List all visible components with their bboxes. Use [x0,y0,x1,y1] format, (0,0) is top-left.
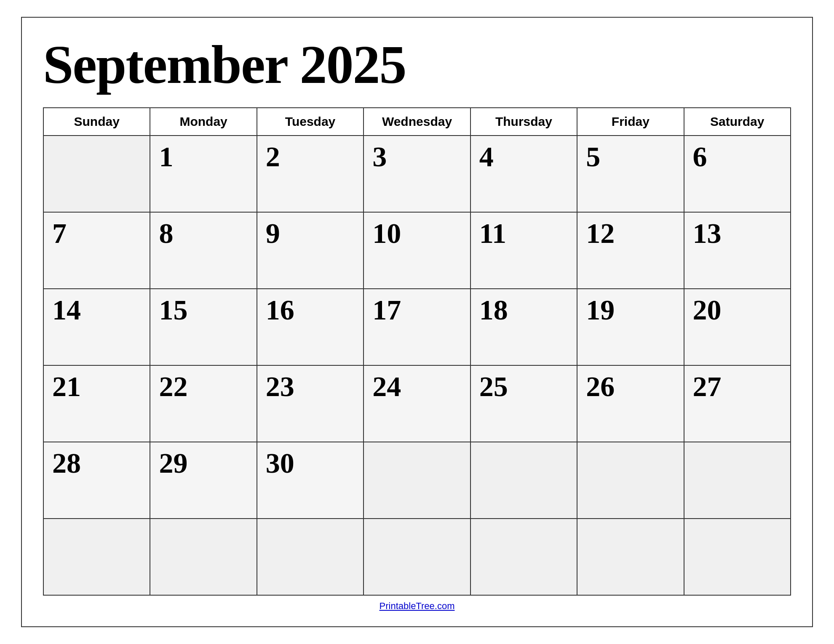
day-header-monday: Monday [150,108,257,136]
day-headers: SundayMondayTuesdayWednesdayThursdayFrid… [44,108,791,136]
day-number-25: 25 [479,372,508,401]
day-cell-empty-5-4 [471,519,577,596]
week-row-1: 123456 [44,136,791,213]
week-row-6 [44,519,791,596]
day-cell-empty-5-1 [150,519,257,596]
day-cell-24: 24 [364,366,470,442]
day-number-11: 11 [479,219,506,247]
calendar-container: September 2025 SundayMondayTuesdayWednes… [21,17,813,627]
day-cell-3: 3 [364,136,470,213]
day-cell-17: 17 [364,289,470,366]
calendar-title: September 2025 [43,35,791,95]
day-number-17: 17 [372,295,401,324]
week-row-4: 21222324252627 [44,366,791,442]
week-row-5: 282930 [44,442,791,519]
day-header-friday: Friday [577,108,684,136]
day-cell-empty-4-5 [577,442,684,519]
day-number-30: 30 [266,449,294,477]
footer-link[interactable]: PrintableTree.com [380,601,455,611]
day-number-10: 10 [372,219,401,247]
week-row-3: 14151617181920 [44,289,791,366]
day-cell-1: 1 [150,136,257,213]
day-cell-empty-5-0 [44,519,150,596]
day-number-4: 4 [479,142,494,171]
day-cell-empty-5-6 [684,519,791,596]
day-number-15: 15 [159,295,187,324]
day-header-thursday: Thursday [471,108,577,136]
day-number-29: 29 [159,449,187,477]
day-number-2: 2 [266,142,280,171]
day-number-13: 13 [693,219,722,247]
day-cell-23: 23 [257,366,364,442]
day-cell-27: 27 [684,366,791,442]
day-number-24: 24 [372,372,401,401]
day-cell-empty-5-3 [364,519,470,596]
day-header-wednesday: Wednesday [364,108,470,136]
day-cell-26: 26 [577,366,684,442]
day-number-23: 23 [266,372,294,401]
day-number-6: 6 [693,142,707,171]
day-cell-13: 13 [684,213,791,289]
day-cell-20: 20 [684,289,791,366]
day-number-7: 7 [52,219,67,247]
day-number-22: 22 [159,372,187,401]
day-number-28: 28 [52,449,81,477]
day-cell-15: 15 [150,289,257,366]
day-cell-4: 4 [471,136,577,213]
day-cell-empty-0-0 [44,136,150,213]
day-cell-empty-5-2 [257,519,364,596]
day-number-16: 16 [266,295,294,324]
day-header-sunday: Sunday [44,108,150,136]
day-cell-16: 16 [257,289,364,366]
day-cell-2: 2 [257,136,364,213]
day-cell-6: 6 [684,136,791,213]
day-cell-14: 14 [44,289,150,366]
day-cell-30: 30 [257,442,364,519]
day-cell-5: 5 [577,136,684,213]
day-number-27: 27 [693,372,722,401]
day-cell-25: 25 [471,366,577,442]
day-cell-empty-5-5 [577,519,684,596]
day-cell-empty-4-3 [364,442,470,519]
day-cell-22: 22 [150,366,257,442]
day-number-14: 14 [52,295,81,324]
day-cell-11: 11 [471,213,577,289]
calendar-footer: PrintableTree.com [43,596,791,614]
day-cell-7: 7 [44,213,150,289]
day-number-1: 1 [159,142,173,171]
weeks-container: 1234567891011121314151617181920212223242… [44,136,791,596]
day-cell-12: 12 [577,213,684,289]
week-row-2: 78910111213 [44,213,791,289]
day-cell-empty-4-6 [684,442,791,519]
day-number-3: 3 [372,142,387,171]
day-cell-9: 9 [257,213,364,289]
day-cell-21: 21 [44,366,150,442]
day-number-21: 21 [52,372,81,401]
day-cell-29: 29 [150,442,257,519]
day-number-26: 26 [586,372,615,401]
day-header-tuesday: Tuesday [257,108,364,136]
day-number-20: 20 [693,295,722,324]
calendar-grid: SundayMondayTuesdayWednesdayThursdayFrid… [43,107,791,596]
day-header-saturday: Saturday [684,108,791,136]
day-cell-empty-4-4 [471,442,577,519]
day-number-19: 19 [586,295,615,324]
day-number-12: 12 [586,219,615,247]
day-number-9: 9 [266,219,280,247]
day-cell-18: 18 [471,289,577,366]
day-cell-19: 19 [577,289,684,366]
day-number-5: 5 [586,142,600,171]
day-cell-8: 8 [150,213,257,289]
day-number-8: 8 [159,219,173,247]
day-cell-28: 28 [44,442,150,519]
day-number-18: 18 [479,295,508,324]
day-cell-10: 10 [364,213,470,289]
